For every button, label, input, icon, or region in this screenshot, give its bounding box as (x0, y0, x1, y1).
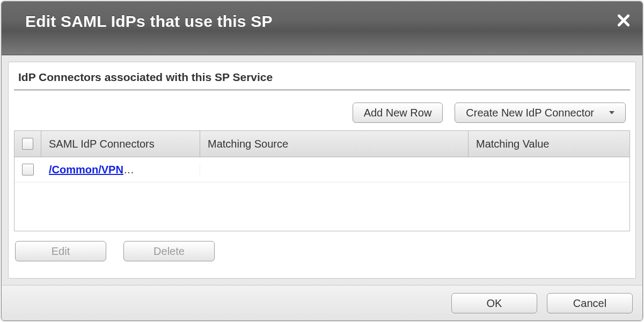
dialog-body: IdP Connectors associated with this SP S… (8, 62, 636, 279)
cancel-button[interactable]: Cancel (547, 293, 633, 313)
table-row[interactable]: /Common/VPN… (14, 157, 630, 182)
edit-button[interactable]: Edit (15, 241, 106, 261)
dialog-title: Edit SAML IdPs that use this SP (25, 12, 273, 31)
cancel-button-label: Cancel (573, 298, 606, 309)
header-matching-source: Matching Source (200, 131, 469, 157)
edit-button-label: Edit (52, 246, 70, 257)
idp-connectors-table: SAML IdP Connectors Matching Source Matc… (14, 130, 630, 231)
add-new-row-label: Add New Row (364, 107, 432, 118)
checkbox-icon (22, 164, 34, 175)
create-new-idp-connector-dropdown[interactable]: Create New IdP Connector (455, 103, 626, 123)
dialog-footer: OK Cancel (2, 285, 642, 320)
section-title: IdP Connectors associated with this SP S… (14, 67, 630, 91)
row-checkbox[interactable] (14, 164, 41, 175)
top-actions: Add New Row Create New IdP Connector (14, 91, 630, 130)
header-matching-value: Matching Value (469, 131, 630, 157)
row-connector-cell: /Common/VPN… (41, 164, 200, 176)
create-new-idp-connector-label: Create New IdP Connector (466, 107, 594, 118)
close-button[interactable] (617, 13, 631, 27)
delete-button[interactable]: Delete (123, 241, 215, 261)
delete-button-label: Delete (153, 246, 185, 257)
connector-link[interactable]: /Common/VPN (49, 164, 123, 176)
table-header-row: SAML IdP Connectors Matching Source Matc… (14, 131, 630, 157)
dialog-titlebar: Edit SAML IdPs that use this SP (2, 2, 642, 55)
header-select-all[interactable] (14, 131, 41, 157)
close-icon (617, 13, 631, 27)
checkbox-icon (22, 138, 33, 150)
dialog: Edit SAML IdPs that use this SP IdP Conn… (1, 1, 643, 321)
lower-actions: Edit Delete (14, 231, 630, 261)
caret-down-icon (609, 111, 614, 114)
header-connectors: SAML IdP Connectors (41, 131, 200, 157)
ok-button[interactable]: OK (451, 293, 537, 313)
ok-button-label: OK (487, 298, 502, 309)
connector-link-suffix: … (123, 164, 134, 176)
add-new-row-button[interactable]: Add New Row (353, 103, 443, 123)
